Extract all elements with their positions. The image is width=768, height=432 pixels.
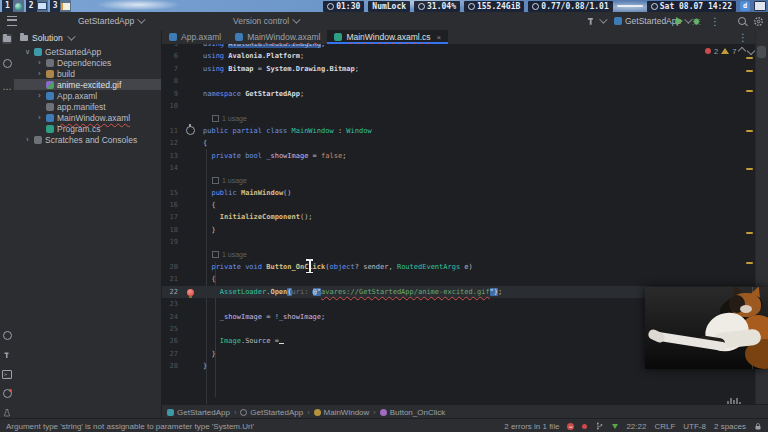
line-number[interactable]: 27 [162, 348, 178, 360]
code-line[interactable]: 14 [162, 162, 755, 174]
vcs-widget[interactable]: Version control [233, 12, 298, 30]
line-number[interactable]: 25 [162, 323, 178, 335]
file-encoding[interactable]: UTF-8 [683, 422, 706, 431]
highlight-level-icon[interactable]: − [567, 423, 574, 430]
workspace-button[interactable]: 2 [26, 0, 48, 12]
warning-stripe-mark[interactable] [746, 232, 753, 234]
main-menu-button[interactable] [7, 12, 17, 30]
tests-toolwindow-button[interactable] [2, 407, 12, 417]
warning-stripe-mark[interactable] [746, 168, 753, 170]
workspace-button[interactable]: 3 [50, 0, 72, 12]
settings-button[interactable] [753, 12, 764, 30]
code-line[interactable]: 19 [162, 236, 755, 248]
code-line[interactable]: 7using Bitmap = System.Drawing.Bitmap; [162, 63, 755, 75]
next-issue-button[interactable] [747, 47, 755, 55]
tree-item[interactable]: Program.cs [14, 123, 161, 134]
code-line[interactable]: 6using Avalonia.Platform; [162, 50, 755, 62]
nuget-toolwindow-button[interactable] [2, 330, 12, 340]
tree-item[interactable]: ›build [14, 68, 161, 79]
build-button[interactable] [586, 12, 605, 30]
git-branch-icon[interactable] [595, 421, 604, 431]
editor-tab[interactable]: App.axaml [162, 30, 228, 44]
indent-setting[interactable]: 2 spaces [714, 422, 746, 431]
search-everywhere-button[interactable] [738, 12, 746, 30]
tree-item[interactable]: anime-excited.gif [14, 79, 161, 90]
line-number[interactable]: 20 [162, 261, 178, 273]
run-button[interactable] [676, 12, 683, 30]
tree-item[interactable]: ›App.axaml [14, 90, 161, 101]
line-number[interactable]: 16 [162, 199, 178, 211]
tree-item[interactable]: app.manifest [14, 101, 161, 112]
commit-toolwindow-button[interactable] [2, 58, 12, 68]
code-line[interactable]: 13 private bool _showImage = false; [162, 150, 755, 162]
tree-item[interactable]: ›Dependencies [14, 57, 161, 68]
debug-button[interactable] [692, 12, 701, 30]
code-line[interactable]: 20 private void Button_OnClick(object? s… [162, 261, 755, 273]
warning-stripe-mark[interactable] [746, 70, 753, 72]
more-toolwindows-button[interactable]: ⋯ [2, 84, 12, 94]
line-number[interactable]: 11 [162, 125, 178, 137]
code-line[interactable]: 11public partial class MainWindow : Wind… [162, 125, 755, 137]
code-line[interactable]: 8 [162, 75, 755, 87]
line-number[interactable]: 7 [162, 63, 178, 75]
warning-stripe-mark[interactable] [746, 262, 753, 264]
line-number[interactable]: 14 [162, 162, 178, 174]
line-number[interactable]: 19 [162, 236, 178, 248]
line-number[interactable]: 8 [162, 75, 178, 87]
terminal-toolwindow-button[interactable]: >_ [2, 369, 12, 379]
caret-position[interactable]: 22:22 [626, 422, 646, 431]
line-number[interactable]: 28 [162, 360, 178, 372]
error-lightbulb-icon[interactable] [187, 289, 194, 296]
project-toolwindow-button[interactable] [2, 34, 12, 44]
panel-header[interactable]: Solution [14, 30, 161, 46]
tab-options-icon[interactable]: ⋮ [738, 32, 748, 43]
lock-icon[interactable] [754, 422, 762, 431]
tree-item[interactable]: ›Scratches and Consoles [14, 134, 161, 145]
warning-stripe-mark[interactable] [746, 90, 753, 92]
line-number[interactable]: 22 [162, 286, 178, 298]
line-ending[interactable]: CRLF [654, 422, 675, 431]
scrollbar-thumb[interactable] [757, 46, 766, 58]
warning-stripe-mark[interactable] [746, 57, 753, 59]
line-number[interactable]: 23 [162, 298, 178, 310]
inspections-widget[interactable]: 2 7 [705, 46, 754, 56]
code-line[interactable]: 15 public MainWindow() [162, 187, 755, 199]
tab-close-icon[interactable]: × [437, 33, 442, 42]
line-number[interactable]: 24 [162, 311, 178, 323]
inheritance-marker-icon[interactable] [186, 126, 195, 135]
code-line[interactable]: 10 [162, 100, 755, 112]
line-number[interactable]: 21 [162, 273, 178, 285]
line-number[interactable]: 13 [162, 150, 178, 162]
tray-display-icon[interactable] [754, 1, 766, 11]
line-number[interactable]: 17 [162, 211, 178, 223]
line-number[interactable]: 9 [162, 88, 178, 100]
code-line[interactable]: 9namespace GetStartedApp; [162, 88, 755, 100]
line-number[interactable]: 15 [162, 187, 178, 199]
breadcrumb-item[interactable]: MainWindow [314, 408, 370, 417]
code-line[interactable]: 12{ [162, 137, 755, 149]
editor-tab[interactable]: MainWindow.axaml [228, 30, 327, 44]
notifications-toolwindow-button[interactable] [2, 388, 12, 398]
more-actions-button[interactable]: ⋮ [710, 12, 720, 30]
build-toolwindow-button[interactable] [2, 350, 12, 360]
workspace-switcher[interactable]: 123 [0, 0, 71, 12]
workspace-button[interactable]: 1 [2, 0, 24, 12]
incoming-commits-icon[interactable] [612, 424, 618, 429]
line-number[interactable]: 6 [162, 50, 178, 62]
prev-issue-button[interactable] [738, 47, 746, 55]
editor-tab[interactable]: MainWindow.axaml.cs× [327, 30, 448, 44]
breadcrumb-item[interactable]: GetStartedApp [167, 408, 230, 417]
code-line[interactable]: 21 { [162, 273, 755, 285]
line-number[interactable]: 18 [162, 224, 178, 236]
project-widget[interactable]: GetStartedApp [78, 12, 143, 30]
tree-item[interactable]: ›MainWindow.axaml [14, 112, 161, 123]
code-line[interactable]: 18 } [162, 224, 755, 236]
line-number[interactable]: 10 [162, 100, 178, 112]
line-number[interactable]: 12 [162, 137, 178, 149]
tray-app-icon[interactable]: d [740, 1, 750, 11]
usage-hint[interactable]: 1 usage [162, 174, 755, 186]
errors-summary[interactable]: 2 errors in 1 file [504, 422, 559, 431]
breadcrumb-item[interactable]: GetStartedApp [240, 408, 303, 417]
usage-hint[interactable]: 1 usage [162, 112, 755, 124]
breadcrumb-item[interactable]: Button_OnClick [380, 408, 446, 417]
